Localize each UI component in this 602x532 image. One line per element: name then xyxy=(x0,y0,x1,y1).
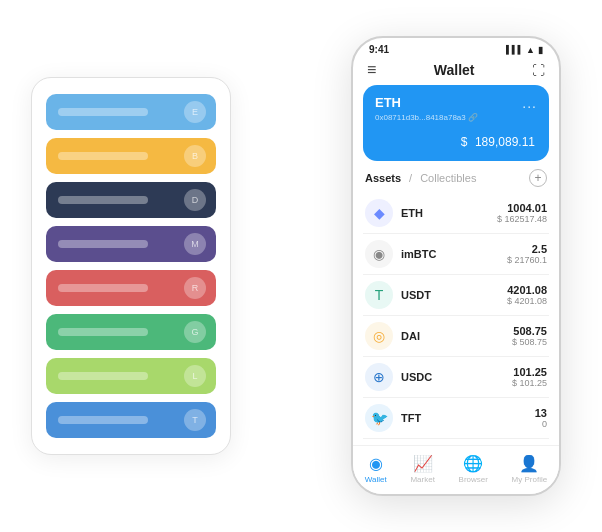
asset-list: ◆ ETH 1004.01 $ 162517.48 ◉ imBTC 2.5 $ … xyxy=(363,193,549,445)
asset-icon: ◎ xyxy=(365,322,393,350)
card-inner-bar xyxy=(58,240,148,248)
asset-icon: ◉ xyxy=(365,240,393,268)
nav-label: My Profile xyxy=(512,475,548,484)
asset-values: 101.25 $ 101.25 xyxy=(512,366,547,388)
phone: 9:41 ▌▌▌ ▲ ▮ ≡ Wallet ⛶ ETH ... 0x08711d xyxy=(351,36,561,496)
card-item[interactable]: E xyxy=(46,94,216,130)
nav-item-wallet[interactable]: ◉ Wallet xyxy=(365,454,387,484)
asset-values: 2.5 $ 21760.1 xyxy=(507,243,547,265)
page-title: Wallet xyxy=(434,62,475,78)
nav-item-my-profile[interactable]: 👤 My Profile xyxy=(512,454,548,484)
asset-usd: $ 162517.48 xyxy=(497,214,547,224)
nav-icon: ◉ xyxy=(369,454,383,473)
asset-amount: 2.5 xyxy=(507,243,547,255)
asset-amount: 4201.08 xyxy=(507,284,547,296)
asset-name: USDC xyxy=(401,371,512,383)
nav-item-market[interactable]: 📈 Market xyxy=(410,454,434,484)
eth-card-more[interactable]: ... xyxy=(522,95,537,111)
assets-tabs: Assets / Collectibles + xyxy=(363,169,549,187)
card-dot: G xyxy=(184,321,206,343)
asset-icon: 🐦 xyxy=(365,404,393,432)
card-inner-bar xyxy=(58,416,148,424)
expand-icon[interactable]: ⛶ xyxy=(532,63,545,78)
signal-icon: ▌▌▌ xyxy=(506,45,523,54)
asset-item[interactable]: T USDT 4201.08 $ 4201.08 xyxy=(363,275,549,316)
asset-usd: $ 21760.1 xyxy=(507,255,547,265)
card-item[interactable]: R xyxy=(46,270,216,306)
asset-icon: ◆ xyxy=(365,199,393,227)
asset-name: ETH xyxy=(401,207,497,219)
asset-values: 508.75 $ 508.75 xyxy=(512,325,547,347)
asset-name: imBTC xyxy=(401,248,507,260)
asset-icon: T xyxy=(365,281,393,309)
card-inner-bar xyxy=(58,328,148,336)
asset-name: DAI xyxy=(401,330,512,342)
card-inner-bar xyxy=(58,196,148,204)
asset-name: TFT xyxy=(401,412,535,424)
card-inner-bar xyxy=(58,284,148,292)
scene: E B D M R G L T 9:41 ▌▌▌ ▲ ▮ xyxy=(11,11,591,521)
tab-separator: / xyxy=(409,172,412,184)
time-label: 9:41 xyxy=(369,44,389,55)
asset-amount: 508.75 xyxy=(512,325,547,337)
card-item[interactable]: G xyxy=(46,314,216,350)
status-icons: ▌▌▌ ▲ ▮ xyxy=(506,45,543,55)
eth-card: ETH ... 0x08711d3b...8418a78a3 🔗 $ 189,0… xyxy=(363,85,549,161)
asset-usd: $ 101.25 xyxy=(512,378,547,388)
add-asset-button[interactable]: + xyxy=(529,169,547,187)
asset-name: USDT xyxy=(401,289,507,301)
asset-amount: 101.25 xyxy=(512,366,547,378)
asset-item[interactable]: ⊕ USDC 101.25 $ 101.25 xyxy=(363,357,549,398)
wifi-icon: ▲ xyxy=(526,45,535,55)
card-item[interactable]: T xyxy=(46,402,216,438)
nav-label: Wallet xyxy=(365,475,387,484)
card-dot: T xyxy=(184,409,206,431)
eth-card-balance: $ 189,089.11 xyxy=(375,128,537,151)
card-dot: E xyxy=(184,101,206,123)
nav-label: Browser xyxy=(459,475,488,484)
card-item[interactable]: L xyxy=(46,358,216,394)
asset-item[interactable]: ◉ imBTC 2.5 $ 21760.1 xyxy=(363,234,549,275)
nav-icon: 📈 xyxy=(413,454,433,473)
phone-header: ≡ Wallet ⛶ xyxy=(353,57,559,85)
card-stack: E B D M R G L T xyxy=(31,77,231,455)
asset-item[interactable]: ◆ ETH 1004.01 $ 162517.48 xyxy=(363,193,549,234)
card-item[interactable]: M xyxy=(46,226,216,262)
tab-collectibles[interactable]: Collectibles xyxy=(420,172,476,184)
card-item[interactable]: B xyxy=(46,138,216,174)
asset-values: 1004.01 $ 162517.48 xyxy=(497,202,547,224)
asset-item[interactable]: 🐦 TFT 13 0 xyxy=(363,398,549,439)
card-inner-bar xyxy=(58,108,148,116)
battery-icon: ▮ xyxy=(538,45,543,55)
asset-usd: 0 xyxy=(535,419,547,429)
card-dot: M xyxy=(184,233,206,255)
nav-item-browser[interactable]: 🌐 Browser xyxy=(459,454,488,484)
asset-amount: 1004.01 xyxy=(497,202,547,214)
asset-values: 4201.08 $ 4201.08 xyxy=(507,284,547,306)
asset-values: 13 0 xyxy=(535,407,547,429)
tab-assets[interactable]: Assets xyxy=(365,172,401,184)
card-inner-bar xyxy=(58,372,148,380)
card-item[interactable]: D xyxy=(46,182,216,218)
card-dot: D xyxy=(184,189,206,211)
card-dot: L xyxy=(184,365,206,387)
menu-icon[interactable]: ≡ xyxy=(367,61,376,79)
asset-usd: $ 508.75 xyxy=(512,337,547,347)
nav-icon: 👤 xyxy=(519,454,539,473)
phone-content: ETH ... 0x08711d3b...8418a78a3 🔗 $ 189,0… xyxy=(353,85,559,445)
card-dot: R xyxy=(184,277,206,299)
card-inner-bar xyxy=(58,152,148,160)
bottom-nav: ◉ Wallet 📈 Market 🌐 Browser 👤 My Profile xyxy=(353,445,559,494)
asset-icon: ⊕ xyxy=(365,363,393,391)
status-bar: 9:41 ▌▌▌ ▲ ▮ xyxy=(353,38,559,57)
eth-card-label: ETH xyxy=(375,95,401,110)
asset-item[interactable]: ◎ DAI 508.75 $ 508.75 xyxy=(363,316,549,357)
asset-usd: $ 4201.08 xyxy=(507,296,547,306)
assets-tabs-left: Assets / Collectibles xyxy=(365,172,476,184)
nav-icon: 🌐 xyxy=(463,454,483,473)
card-dot: B xyxy=(184,145,206,167)
eth-card-address: 0x08711d3b...8418a78a3 🔗 xyxy=(375,113,537,122)
asset-amount: 13 xyxy=(535,407,547,419)
nav-label: Market xyxy=(410,475,434,484)
